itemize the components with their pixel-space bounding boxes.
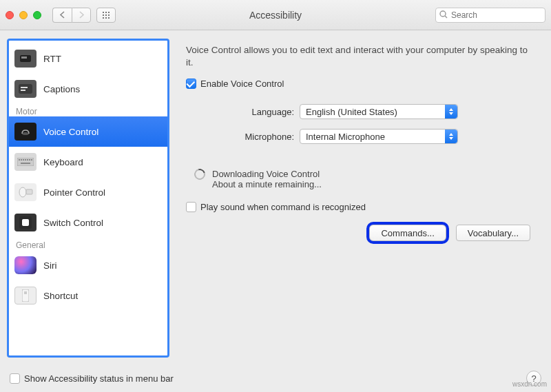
svg-rect-10 xyxy=(19,159,20,161)
microphone-label: Microphone: xyxy=(186,132,300,142)
panel-description: Voice Control allows you to edit text an… xyxy=(186,44,534,69)
nav-segment xyxy=(52,8,91,23)
close-window-button[interactable] xyxy=(6,11,14,19)
shortcut-icon xyxy=(14,287,37,305)
menubar-status-label: Show Accessibility status in menu bar xyxy=(24,373,174,384)
sidebar-header-motor: Motor xyxy=(9,104,167,116)
svg-rect-23 xyxy=(24,291,27,294)
download-status-row: Downloading Voice Control About a minute… xyxy=(194,169,534,189)
chevron-up-down-icon xyxy=(445,105,457,118)
sidebar-header-general: General xyxy=(9,238,167,250)
language-label: Language: xyxy=(186,107,300,117)
svg-point-18 xyxy=(19,187,26,197)
grid-icon xyxy=(102,11,110,19)
search-input[interactable] xyxy=(435,8,545,23)
svg-rect-17 xyxy=(21,163,30,164)
svg-rect-13 xyxy=(25,159,26,161)
siri-icon xyxy=(14,256,37,274)
enable-voice-control-checkbox[interactable] xyxy=(186,79,196,89)
forward-button[interactable] xyxy=(72,8,91,23)
microphone-value: Internal Microphone xyxy=(306,132,385,142)
search-field-wrapper xyxy=(435,8,545,23)
sidebar-item-label: Shortcut xyxy=(43,291,78,301)
play-sound-row: Play sound when command is recognized xyxy=(186,202,534,212)
language-select[interactable]: English (United States) xyxy=(300,104,458,119)
enable-voice-control-label: Enable Voice Control xyxy=(200,79,284,89)
sidebar-item-shortcut[interactable]: Shortcut xyxy=(9,280,167,311)
sidebar-item-siri[interactable]: Siri xyxy=(9,250,167,280)
svg-rect-21 xyxy=(22,219,29,226)
zoom-window-button[interactable] xyxy=(33,11,41,19)
rtt-icon xyxy=(14,50,37,68)
svg-rect-4 xyxy=(19,84,32,94)
download-subtitle: About a minute remaining... xyxy=(212,179,322,189)
sidebar-item-captions[interactable]: Captions xyxy=(9,74,167,104)
show-all-button[interactable] xyxy=(96,8,116,23)
sidebar-item-keyboard[interactable]: Keyboard xyxy=(9,147,167,177)
commands-button[interactable]: Commands... xyxy=(369,225,446,241)
svg-rect-15 xyxy=(29,159,30,161)
svg-rect-22 xyxy=(22,289,29,302)
svg-rect-16 xyxy=(31,159,32,161)
voice-control-icon xyxy=(14,123,37,141)
sidebar-item-voice-control[interactable]: Voice Control xyxy=(9,116,167,147)
switch-control-icon xyxy=(14,214,37,231)
pointer-control-icon xyxy=(14,183,37,201)
window-titlebar: Accessibility xyxy=(0,0,551,30)
svg-rect-6 xyxy=(21,90,25,91)
search-icon xyxy=(439,10,448,19)
sidebar-item-switch-control[interactable]: Switch Control xyxy=(9,207,167,238)
svg-rect-14 xyxy=(27,159,28,161)
svg-rect-5 xyxy=(21,87,28,88)
menubar-status-checkbox[interactable] xyxy=(10,373,20,384)
svg-point-0 xyxy=(440,11,446,17)
svg-rect-19 xyxy=(26,189,32,194)
sidebar-item-label: RTT xyxy=(43,54,61,64)
sidebar-item-label: Keyboard xyxy=(43,157,83,167)
svg-rect-3 xyxy=(21,56,27,59)
chevron-right-icon xyxy=(79,11,85,19)
category-sidebar[interactable]: RTT Captions Motor Voice Control Keyboar… xyxy=(7,39,169,358)
window-footer: Show Accessibility status in menu bar ? xyxy=(0,364,551,392)
language-value: English (United States) xyxy=(306,107,397,117)
sidebar-item-rtt[interactable]: RTT xyxy=(9,43,167,74)
microphone-select[interactable]: Internal Microphone xyxy=(300,129,458,144)
chevron-left-icon xyxy=(59,11,65,19)
sidebar-item-label: Captions xyxy=(43,84,80,94)
enable-voice-control-row: Enable Voice Control xyxy=(186,79,534,89)
captions-icon xyxy=(14,80,37,98)
sidebar-item-label: Voice Control xyxy=(43,127,98,137)
keyboard-icon xyxy=(14,153,37,171)
back-button[interactable] xyxy=(52,8,72,23)
sidebar-item-label: Pointer Control xyxy=(43,187,105,198)
chevron-up-down-icon xyxy=(445,130,457,143)
play-sound-checkbox[interactable] xyxy=(186,202,196,212)
sidebar-item-label: Siri xyxy=(43,260,57,271)
detail-panel: Voice Control allows you to edit text an… xyxy=(176,39,544,358)
window-title: Accessibility xyxy=(121,10,430,21)
download-title: Downloading Voice Control xyxy=(212,169,322,179)
window-controls xyxy=(6,11,41,19)
sidebar-item-pointer-control[interactable]: Pointer Control xyxy=(9,177,167,207)
play-sound-label: Play sound when command is recognized xyxy=(200,202,366,212)
svg-rect-9 xyxy=(17,158,34,166)
svg-point-8 xyxy=(22,132,29,135)
svg-line-1 xyxy=(445,16,447,18)
spinner-icon xyxy=(192,167,207,183)
sidebar-item-label: Switch Control xyxy=(43,218,103,228)
minimize-window-button[interactable] xyxy=(19,11,28,19)
help-button[interactable]: ? xyxy=(526,371,541,386)
svg-rect-12 xyxy=(23,159,24,161)
vocabulary-button[interactable]: Vocabulary... xyxy=(456,225,530,241)
svg-rect-11 xyxy=(21,159,22,161)
